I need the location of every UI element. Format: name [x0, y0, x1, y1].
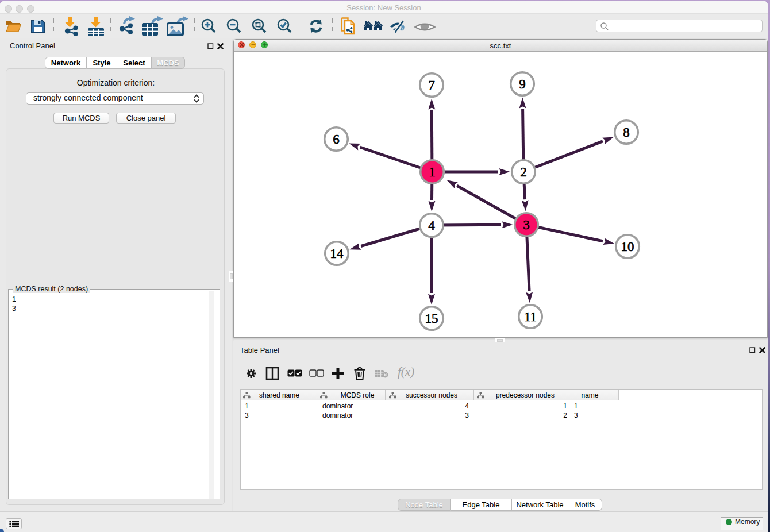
- svg-text:8: 8: [623, 125, 630, 140]
- svg-text:7: 7: [428, 78, 435, 92]
- svg-text:3: 3: [523, 218, 530, 232]
- svg-text:9: 9: [519, 77, 526, 91]
- svg-text:4: 4: [428, 218, 435, 233]
- svg-text:14: 14: [330, 246, 344, 261]
- svg-text:2: 2: [520, 165, 527, 179]
- svg-text:6: 6: [333, 132, 340, 147]
- svg-text:1: 1: [429, 165, 436, 179]
- svg-text:11: 11: [524, 310, 537, 324]
- svg-text:10: 10: [621, 240, 634, 254]
- svg-text:15: 15: [425, 311, 438, 326]
